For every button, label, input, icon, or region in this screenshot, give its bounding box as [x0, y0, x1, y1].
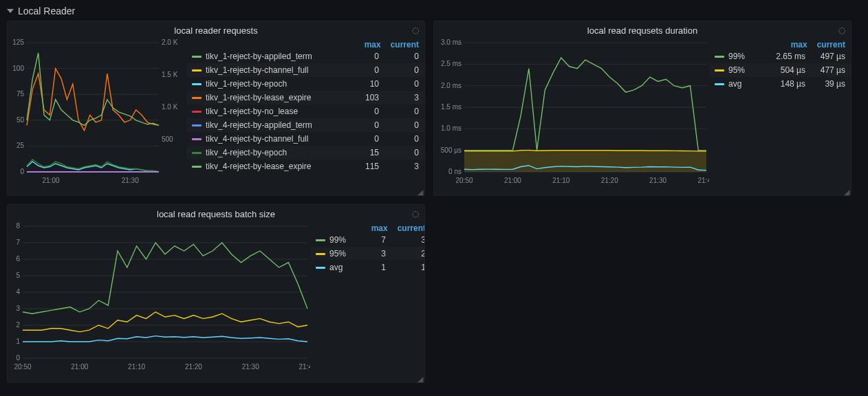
- legend-label: 99%: [329, 235, 346, 245]
- svg-text:21:00: 21:00: [42, 177, 59, 184]
- legend-current: 1: [390, 263, 424, 272]
- legend-current: 0: [383, 65, 419, 75]
- legend-swatch: [316, 253, 325, 255]
- panel-title[interactable]: local read requsets duration: [434, 21, 851, 37]
- legend-max: 7: [350, 235, 386, 245]
- legend-col-current[interactable]: current: [391, 40, 419, 50]
- svg-text:25: 25: [17, 142, 25, 149]
- loading-icon[interactable]: ◌: [838, 25, 845, 35]
- legend-item[interactable]: 95%504 µs477 µs: [709, 63, 851, 77]
- section-title: Local Reader: [18, 6, 75, 16]
- legend-current: 3: [383, 162, 419, 171]
- legend-current: 0: [383, 134, 419, 144]
- legend-current: 497 µs: [810, 52, 845, 61]
- loading-icon[interactable]: ◌: [412, 209, 419, 219]
- legend-label: tikv_4-reject-by-appiled_term: [206, 120, 339, 130]
- legend-current: 0: [383, 79, 419, 89]
- legend-item[interactable]: tikv_1-reject-by-epoch100: [186, 77, 424, 91]
- legend-current: 3: [390, 235, 424, 245]
- legend-item[interactable]: tikv_1-reject-by-no_lease00: [186, 104, 424, 118]
- legend-max: 115: [343, 162, 379, 171]
- legend-item[interactable]: tikv_4-reject-by-lease_expire1153: [186, 160, 424, 173]
- svg-text:0: 0: [16, 354, 20, 362]
- legend-swatch: [316, 267, 325, 269]
- chart[interactable]: 01234567820:5021:0021:1021:2021:3021:40: [8, 221, 310, 382]
- legend-swatch: [715, 69, 724, 72]
- legend-col-max[interactable]: max: [365, 40, 381, 50]
- legend-swatch: [192, 69, 202, 72]
- legend-item[interactable]: tikv_1-reject-by-lease_expire1033: [186, 91, 424, 104]
- loading-icon[interactable]: ◌: [412, 25, 419, 35]
- svg-text:2.5 ms: 2.5 ms: [441, 60, 462, 67]
- svg-text:500 µs: 500 µs: [441, 146, 462, 154]
- legend-current: 0: [383, 107, 419, 116]
- svg-text:8: 8: [16, 222, 20, 230]
- legend-max: 2.65 ms: [770, 52, 805, 61]
- svg-text:7: 7: [16, 239, 20, 246]
- legend-label: tikv_1-reject-by-no_lease: [206, 107, 339, 116]
- svg-text:21:20: 21:20: [185, 363, 202, 371]
- legend-max: 1: [350, 263, 386, 272]
- legend-item[interactable]: 99%73: [310, 233, 424, 247]
- legend-swatch: [715, 83, 724, 85]
- legend-max: 0: [343, 107, 379, 116]
- legend-label: tikv_1-reject-by-lease_expire: [206, 93, 339, 102]
- svg-text:1.5 K: 1.5 K: [162, 71, 178, 78]
- svg-text:21:20: 21:20: [601, 177, 618, 184]
- legend-swatch: [715, 56, 724, 58]
- svg-text:21:00: 21:00: [71, 363, 88, 371]
- chart[interactable]: 02550751001255001.0 K1.5 K2.0 K21:0021:3…: [8, 37, 186, 195]
- legend-item[interactable]: avg11: [310, 261, 424, 274]
- legend-col-max[interactable]: max: [371, 223, 388, 233]
- legend-item[interactable]: 95%32: [310, 247, 424, 261]
- panel-local-reader-requests: local reader requests ◌ 0255075100125500…: [7, 21, 425, 196]
- legend-item[interactable]: avg148 µs39 µs: [709, 77, 851, 91]
- svg-text:21:40: 21:40: [697, 177, 709, 184]
- panel-title[interactable]: local read requests batch size: [8, 205, 424, 221]
- svg-text:3.0 ms: 3.0 ms: [441, 38, 462, 46]
- legend-max: 0: [343, 120, 379, 130]
- svg-text:6: 6: [16, 255, 20, 263]
- svg-text:75: 75: [17, 90, 25, 98]
- svg-text:2.0 K: 2.0 K: [162, 38, 178, 46]
- legend-swatch: [192, 138, 202, 140]
- svg-text:3: 3: [16, 305, 20, 312]
- legend-label: 95%: [329, 249, 346, 258]
- legend-swatch: [192, 124, 202, 126]
- legend-col-current[interactable]: current: [817, 40, 845, 50]
- legend-current: 2: [390, 249, 424, 258]
- legend-max: 0: [343, 134, 379, 144]
- section-header[interactable]: Local Reader: [7, 3, 861, 21]
- panel-title[interactable]: local reader requests: [8, 21, 424, 37]
- legend-item[interactable]: tikv_4-reject-by-appiled_term00: [186, 118, 424, 132]
- legend-label: avg: [728, 79, 766, 89]
- legend-label: tikv_4-reject-by-epoch: [206, 148, 339, 157]
- svg-text:21:30: 21:30: [649, 177, 666, 184]
- chevron-down-icon: [7, 9, 14, 13]
- legend-current: 39 µs: [810, 79, 845, 89]
- svg-text:21:10: 21:10: [552, 177, 569, 184]
- svg-text:1: 1: [16, 338, 20, 345]
- svg-text:0: 0: [20, 168, 24, 175]
- legend-item[interactable]: tikv_4-reject-by-epoch150: [186, 146, 424, 160]
- legend-item[interactable]: tikv_1-reject-by-appiled_term00: [186, 50, 424, 63]
- svg-text:100: 100: [12, 65, 24, 72]
- legend-swatch: [192, 97, 202, 99]
- legend-label: tikv_1-reject-by-appiled_term: [206, 52, 339, 61]
- panels-grid: local reader requests ◌ 0255075100125500…: [7, 21, 861, 383]
- svg-text:5: 5: [16, 272, 20, 279]
- legend-item[interactable]: tikv_4-reject-by-channel_full00: [186, 132, 424, 146]
- chart[interactable]: 0 ns500 µs1.0 ms1.5 ms2.0 ms2.5 ms3.0 ms…: [434, 37, 709, 195]
- legend-col-current[interactable]: current: [398, 223, 424, 233]
- legend-col-max[interactable]: max: [791, 40, 807, 50]
- legend-current: 477 µs: [810, 65, 845, 75]
- legend-item[interactable]: tikv_1-reject-by-channel_full00: [186, 63, 424, 77]
- legend-swatch: [192, 166, 202, 168]
- legend-label: 99%: [728, 52, 766, 61]
- svg-text:21:30: 21:30: [242, 363, 259, 371]
- svg-text:21:30: 21:30: [122, 177, 139, 184]
- legend-max: 0: [343, 52, 379, 61]
- legend-current: 0: [383, 52, 419, 61]
- legend-item[interactable]: 99%2.65 ms497 µs: [709, 50, 851, 63]
- legend-max: 0: [343, 65, 379, 75]
